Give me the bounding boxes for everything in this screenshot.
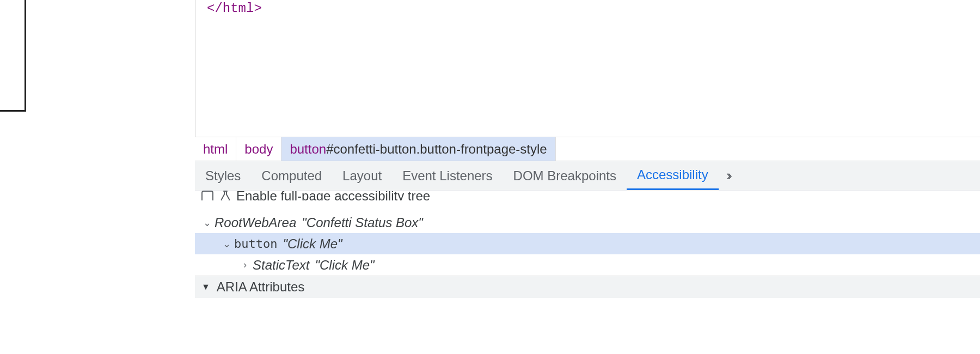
accessibility-tree: ⌄ RootWebArea "Confetti Status Box" ⌄ bu…: [195, 206, 980, 276]
breadcrumb-body[interactable]: body: [236, 137, 281, 161]
checkbox-unchecked-icon[interactable]: [201, 191, 213, 201]
chevron-down-icon[interactable]: ⌄: [221, 238, 232, 250]
tree-node-statictext[interactable]: › StaticText "Click Me": [195, 254, 980, 276]
tree-node-role: RootWebArea: [215, 215, 296, 230]
elements-source-pane[interactable]: </html>: [207, 0, 980, 136]
tree-node-rootwebarea[interactable]: ⌄ RootWebArea "Confetti Status Box": [195, 212, 980, 233]
aria-attributes-label: ARIA Attributes: [217, 279, 304, 295]
tree-node-name: "Click Me": [283, 236, 342, 252]
tree-node-role: StaticText: [253, 258, 310, 273]
enable-full-tree-row[interactable]: Enable full-page accessibility tree: [195, 185, 980, 200]
code-closing-html-tag[interactable]: </html>: [207, 0, 980, 16]
enable-full-tree-label: Enable full-page accessibility tree: [236, 188, 430, 201]
breadcrumb-html[interactable]: html: [195, 137, 236, 161]
page-preview-corner: [0, 0, 26, 112]
tree-node-name: "Confetti Status Box": [302, 215, 422, 230]
tabs-overflow-button[interactable]: ››: [719, 167, 737, 184]
experiment-flask-icon: [219, 190, 232, 201]
chevron-right-icon[interactable]: ›: [240, 259, 250, 271]
accessibility-pane: Enable full-page accessibility tree ⌄ Ro…: [195, 190, 980, 354]
breadcrumb-tag: button: [290, 142, 326, 157]
breadcrumb-tag: html: [203, 142, 228, 157]
tree-node-name: "Click Me": [315, 258, 375, 273]
triangle-down-icon: ▼: [201, 282, 210, 292]
breadcrumb-button[interactable]: button#confetti-button.button-frontpage-…: [281, 137, 555, 161]
tree-node-role: button: [234, 237, 277, 251]
aria-attributes-section-header[interactable]: ▼ ARIA Attributes: [195, 276, 980, 298]
dom-breadcrumb-bar: html body button#confetti-button.button-…: [195, 137, 980, 161]
chevron-down-icon[interactable]: ⌄: [201, 217, 212, 229]
breadcrumb-selector: #confetti-button.button-frontpage-style: [326, 142, 547, 157]
tree-node-button[interactable]: ⌄ button "Click Me": [195, 233, 980, 254]
breadcrumb-tag: body: [244, 142, 273, 157]
